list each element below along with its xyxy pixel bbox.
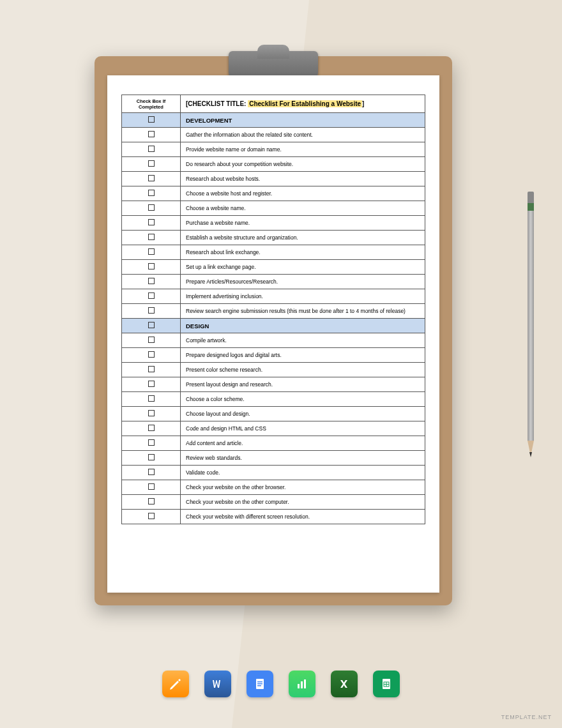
item-checkbox-cell <box>122 407 181 421</box>
checkbox-icon[interactable] <box>148 234 155 240</box>
checkbox-icon[interactable] <box>148 498 155 504</box>
checkbox-icon[interactable] <box>148 175 155 181</box>
checkbox-icon[interactable] <box>148 395 155 402</box>
checklist-item: Choose layout and design. <box>181 407 425 421</box>
section-checkbox-cell <box>122 319 181 333</box>
checklist-item: Choose a website name. <box>181 201 425 216</box>
watermark: TEMPLATE.NET <box>501 714 552 720</box>
checkbox-icon[interactable] <box>148 337 155 343</box>
checklist-item: Add content and article. <box>181 436 425 451</box>
item-checkbox-cell <box>122 363 181 377</box>
checklist-item: Establish a website structure and organi… <box>181 231 425 245</box>
checklist-item: Provide website name or domain name. <box>181 142 425 157</box>
item-checkbox-cell <box>122 510 181 524</box>
item-checkbox-cell <box>122 275 181 289</box>
checkbox-icon[interactable] <box>148 278 155 284</box>
item-checkbox-cell <box>122 172 181 186</box>
checkbox-icon[interactable] <box>148 381 155 387</box>
svg-rect-4 <box>298 684 300 688</box>
checklist-item: Purchase a website name. <box>181 216 425 231</box>
checklist-item: Choose a website host and register. <box>181 186 425 201</box>
section-header: DESIGN <box>181 319 425 333</box>
checkbox-icon[interactable] <box>148 248 155 255</box>
checklist-item: Prepare Articles/Resources/Research. <box>181 275 425 289</box>
checkbox-icon[interactable] <box>148 146 155 152</box>
checkbox-icon[interactable] <box>148 351 155 358</box>
pencil-decoration <box>528 192 534 466</box>
checkbox-icon[interactable] <box>148 322 155 328</box>
section-header: DEVELOPMENT <box>181 113 425 128</box>
pages-icon[interactable] <box>162 671 189 697</box>
document-paper: Check Box If Completed [CHECKLIST TITLE:… <box>107 75 439 593</box>
item-checkbox-cell <box>122 186 181 201</box>
checkbox-icon[interactable] <box>148 469 155 475</box>
numbers-icon[interactable] <box>289 671 315 697</box>
checkbox-icon[interactable] <box>148 410 155 416</box>
item-checkbox-cell <box>122 231 181 245</box>
item-checkbox-cell <box>122 304 181 319</box>
checkbox-icon[interactable] <box>148 204 155 211</box>
checklist-item: Set up a link exchange page. <box>181 260 425 275</box>
checklist-item: Present layout design and research. <box>181 377 425 392</box>
item-checkbox-cell <box>122 245 181 260</box>
svg-rect-5 <box>301 681 303 688</box>
google-docs-icon[interactable] <box>247 671 273 697</box>
checkbox-icon[interactable] <box>148 263 155 269</box>
checklist-table: Check Box If Completed [CHECKLIST TITLE:… <box>121 95 425 524</box>
checklist-item: Check your website on the other browser. <box>181 480 425 495</box>
item-checkbox-cell <box>122 216 181 231</box>
excel-icon[interactable] <box>331 671 358 697</box>
item-checkbox-cell <box>122 421 181 436</box>
checklist-item: Present color scheme research. <box>181 363 425 377</box>
checklist-item: Research about website hosts. <box>181 172 425 186</box>
item-checkbox-cell <box>122 495 181 510</box>
item-checkbox-cell <box>122 451 181 466</box>
item-checkbox-cell <box>122 377 181 392</box>
svg-rect-1 <box>257 681 262 683</box>
item-checkbox-cell <box>122 480 181 495</box>
checkbox-icon[interactable] <box>148 131 155 137</box>
checklist-item: Validate code. <box>181 466 425 480</box>
checklist-item: Check your website on the other computer… <box>181 495 425 510</box>
item-checkbox-cell <box>122 128 181 142</box>
checkbox-icon[interactable] <box>148 307 155 314</box>
checklist-item: Prepare designed logos and digital arts. <box>181 348 425 363</box>
item-checkbox-cell <box>122 142 181 157</box>
checkbox-icon[interactable] <box>148 190 155 196</box>
svg-rect-6 <box>304 679 306 688</box>
checklist-title: [CHECKLIST TITLE: Checklist For Establis… <box>181 95 425 113</box>
checklist-item: Code and design HTML and CSS <box>181 421 425 436</box>
item-checkbox-cell <box>122 201 181 216</box>
checkbox-icon[interactable] <box>148 483 155 490</box>
item-checkbox-cell <box>122 348 181 363</box>
checkbox-icon[interactable] <box>148 425 155 431</box>
svg-rect-3 <box>257 685 261 686</box>
clipboard: Check Box If Completed [CHECKLIST TITLE:… <box>95 56 452 605</box>
checklist-item: Review web standards. <box>181 451 425 466</box>
item-checkbox-cell <box>122 392 181 407</box>
item-checkbox-cell <box>122 260 181 275</box>
checklist-item: Implement advertising inclusion. <box>181 289 425 304</box>
google-sheets-icon[interactable] <box>373 671 400 697</box>
checkbox-icon[interactable] <box>148 292 155 299</box>
checkbox-icon[interactable] <box>148 454 155 460</box>
word-icon[interactable] <box>204 671 231 697</box>
item-checkbox-cell <box>122 436 181 451</box>
checklist-item: Check your website with different screen… <box>181 510 425 524</box>
item-checkbox-cell <box>122 289 181 304</box>
checkbox-icon[interactable] <box>148 513 155 519</box>
checklist-item: Do research about your competition websi… <box>181 157 425 172</box>
item-checkbox-cell <box>122 333 181 348</box>
checkbox-icon[interactable] <box>148 366 155 372</box>
checkbox-icon[interactable] <box>148 160 155 167</box>
checkbox-icon[interactable] <box>148 439 155 446</box>
checklist-item: Compile artwork. <box>181 333 425 348</box>
svg-rect-2 <box>257 683 262 685</box>
checkbox-icon[interactable] <box>148 116 155 123</box>
app-icons-row <box>162 671 400 697</box>
checklist-item: Choose a color scheme. <box>181 392 425 407</box>
checklist-item: Research about link exchange. <box>181 245 425 260</box>
item-checkbox-cell <box>122 157 181 172</box>
section-checkbox-cell <box>122 113 181 128</box>
checkbox-icon[interactable] <box>148 219 155 225</box>
